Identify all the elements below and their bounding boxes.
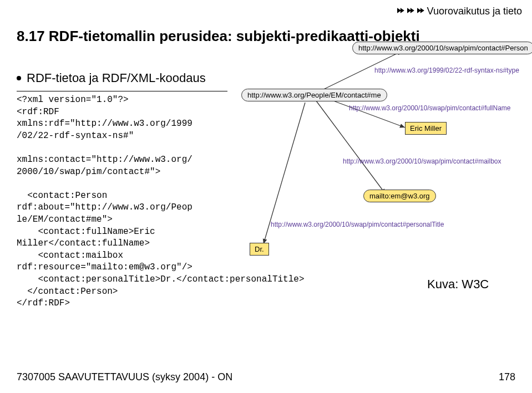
bullet-icon: [17, 76, 21, 80]
subheading: RDF-tietoa ja RDF/XML-koodaus: [17, 71, 206, 85]
svg-line-1: [325, 98, 405, 127]
subheading-text: RDF-tietoa ja RDF/XML-koodaus: [27, 71, 206, 85]
divider: [17, 91, 227, 91]
edge-label-type: http://www.w3.org/1999/02/22-rdf-syntax-…: [374, 67, 519, 74]
rdf-diagram: http://www.w3.org/People/EM/contact#me h…: [241, 28, 530, 272]
source-label: Kuva: W3C: [427, 277, 489, 292]
svg-line-2: [316, 101, 386, 194]
footer-page-number: 178: [499, 371, 515, 383]
arrow-icon: [397, 6, 405, 17]
edge-label-fullname: http://www.w3.org/2000/10/swap/pim/conta…: [349, 104, 510, 112]
node-fullname-value: Eric Miller: [405, 122, 447, 135]
node-root: http://www.w3.org/People/EM/contact#me: [241, 89, 387, 101]
footer-left: 7307005 SAAVUTETTAVUUS (syksy 2004) - ON: [17, 371, 232, 383]
edge-label-personaltitle: http://www.w3.org/2000/10/swap/pim/conta…: [271, 221, 444, 228]
diagram-edges: [241, 28, 530, 272]
footer: 7307005 SAAVUTETTAVUUS (syksy 2004) - ON…: [17, 371, 515, 383]
arrow-icon: [407, 6, 415, 17]
breadcrumb-text: Vuorovaikutus ja tieto: [427, 6, 522, 17]
arrow-icon: [417, 6, 425, 17]
edge-label-mailbox: http://www.w3.org/2000/10/swap/pim/conta…: [343, 157, 501, 165]
node-mailbox-value: mailto:em@w3.org: [363, 190, 436, 202]
node-type: http://www.w3.org/2000/10/swap/pim/conta…: [352, 42, 532, 54]
code-block: <?xml version="1.0"?> <rdf:RDF xmlns:rdf…: [17, 94, 250, 310]
node-title-value: Dr.: [250, 243, 269, 256]
breadcrumb: Vuorovaikutus ja tieto: [397, 6, 522, 17]
